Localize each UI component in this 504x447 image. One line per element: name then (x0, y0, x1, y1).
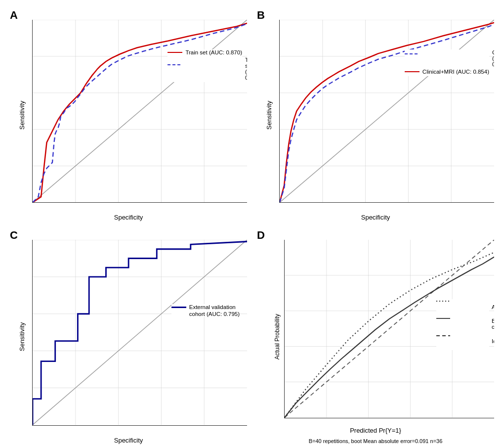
panel-C-chart: 1.00.80.60.40.20.0 1.00.80.60.40.20.0 (32, 240, 247, 425)
panel-C-label: C (10, 229, 18, 242)
panel-A-svg (33, 20, 247, 202)
panel-D-chart: 0.80.60.40.2 0.20.40.60.8 (284, 240, 494, 418)
panel-B-svg (280, 20, 494, 202)
panel-B-label: B (257, 9, 265, 22)
panel-A-legend: Train set (AUC: 0.870) Test set (AUC: 0.… (168, 49, 242, 82)
panel-A: A Sensitivity 1.00.80.60.40.20.0 1.00.80… (5, 5, 252, 225)
panel-A-xlabel: Specificity (114, 214, 143, 221)
panel-B-legend: Clinical (AUC: 0.826) Clinical+MRI (AUC:… (405, 49, 489, 76)
svg-line-20 (280, 20, 494, 202)
panel-A-ylabel: Sensitivity (18, 100, 26, 130)
panel-B-xlabel: Specificity (361, 214, 390, 221)
panel-D-ylabel: Actual Probability (274, 313, 281, 359)
panel-D-label: D (257, 229, 265, 242)
panel-C-legend: External validation cohort (AUC: 0.795) (171, 304, 240, 317)
panel-A-chart: 1.00.80.60.40.20.0 1.00.80.60.40.20.0 (32, 20, 247, 203)
panel-B-ylabel: Sensitivity (265, 100, 273, 130)
panel-C: C Sensitivity 1.00.80.60.40.20.0 1.00.80… (5, 225, 252, 447)
svg-line-31 (33, 240, 247, 425)
panel-C-svg (33, 240, 247, 425)
panel-D-caption: B=40 repetitions, boot Mean absolute err… (309, 438, 443, 444)
panel-B: B Sensitivity 1.00.80.60.40.20.0 1.00.80… (252, 5, 499, 225)
panel-D: D Actual Probability 0.80.60.40.2 0.20.4… (252, 225, 499, 447)
panel-D-legend: Apparent Bias-corrected Ideal (436, 299, 489, 350)
panel-A-label: A (10, 9, 18, 22)
panel-B-chart: 1.00.80.60.40.20.0 1.00.80.60.40.20.0 (279, 20, 494, 203)
panel-C-ylabel: Sensitivity (18, 322, 26, 351)
panel-C-xlabel: Specificity (114, 437, 143, 444)
panel-D-xlabel: Predicted Pr{Y=1} (350, 427, 401, 434)
figure-container: A Sensitivity 1.00.80.60.40.20.0 1.00.80… (0, 0, 504, 447)
